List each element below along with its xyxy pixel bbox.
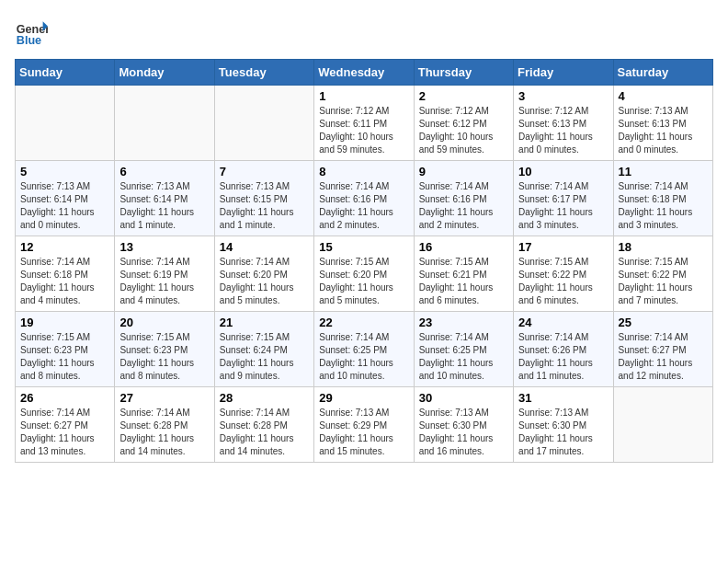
calendar-week-row: 26Sunrise: 7:14 AM Sunset: 6:27 PM Dayli… [16,387,713,463]
calendar-body: 1Sunrise: 7:12 AM Sunset: 6:11 PM Daylig… [16,86,713,463]
calendar-day-cell: 17Sunrise: 7:15 AM Sunset: 6:22 PM Dayli… [514,236,613,312]
day-number: 14 [220,240,309,254]
day-info: Sunrise: 7:14 AM Sunset: 6:25 PM Dayligh… [319,331,408,383]
day-info: Sunrise: 7:15 AM Sunset: 6:24 PM Dayligh… [220,331,309,383]
day-info: Sunrise: 7:15 AM Sunset: 6:23 PM Dayligh… [20,331,109,383]
day-number: 4 [619,89,708,103]
day-number: 23 [419,316,508,329]
calendar-table: SundayMondayTuesdayWednesdayThursdayFrid… [15,59,713,463]
calendar-day-cell: 31Sunrise: 7:13 AM Sunset: 6:30 PM Dayli… [514,387,613,463]
svg-text:Blue: Blue [17,34,41,47]
day-number: 15 [319,240,408,254]
calendar-day-cell: 24Sunrise: 7:14 AM Sunset: 6:26 PM Dayli… [514,312,613,387]
day-info: Sunrise: 7:14 AM Sunset: 6:16 PM Dayligh… [319,180,408,232]
day-number: 2 [419,89,508,103]
calendar-day-cell: 19Sunrise: 7:15 AM Sunset: 6:23 PM Dayli… [16,312,115,387]
calendar-day-cell: 27Sunrise: 7:14 AM Sunset: 6:28 PM Dayli… [115,387,214,463]
day-info: Sunrise: 7:14 AM Sunset: 6:25 PM Dayligh… [419,331,508,383]
day-info: Sunrise: 7:15 AM Sunset: 6:21 PM Dayligh… [419,256,508,307]
day-number: 19 [20,316,109,329]
calendar-day-cell [613,387,712,463]
calendar-day-cell [115,86,214,161]
calendar-day-cell: 5Sunrise: 7:13 AM Sunset: 6:14 PM Daylig… [16,161,115,236]
day-info: Sunrise: 7:12 AM Sunset: 6:12 PM Dayligh… [419,105,508,156]
day-number: 9 [419,165,508,178]
day-number: 31 [518,391,608,405]
day-info: Sunrise: 7:14 AM Sunset: 6:28 PM Dayligh… [119,407,209,458]
day-number: 8 [319,165,408,178]
day-number: 3 [518,89,608,103]
calendar-day-cell: 15Sunrise: 7:15 AM Sunset: 6:20 PM Dayli… [314,236,414,312]
day-number: 6 [119,165,209,178]
calendar-day-cell: 3Sunrise: 7:12 AM Sunset: 6:13 PM Daylig… [514,86,613,161]
weekday-header-cell: Wednesday [314,60,414,86]
calendar-day-cell: 29Sunrise: 7:13 AM Sunset: 6:29 PM Dayli… [314,387,414,463]
day-number: 28 [220,391,309,405]
day-number: 13 [119,240,209,254]
calendar-day-cell: 12Sunrise: 7:14 AM Sunset: 6:18 PM Dayli… [16,236,115,312]
calendar-day-cell: 4Sunrise: 7:13 AM Sunset: 6:13 PM Daylig… [613,86,712,161]
day-info: Sunrise: 7:12 AM Sunset: 6:11 PM Dayligh… [319,105,408,156]
day-number: 29 [319,391,408,405]
day-info: Sunrise: 7:14 AM Sunset: 6:16 PM Dayligh… [419,180,508,232]
day-info: Sunrise: 7:13 AM Sunset: 6:14 PM Dayligh… [20,180,109,232]
calendar-day-cell: 22Sunrise: 7:14 AM Sunset: 6:25 PM Dayli… [314,312,414,387]
day-info: Sunrise: 7:13 AM Sunset: 6:13 PM Dayligh… [619,105,708,156]
day-number: 16 [419,240,508,254]
page-header: General Blue [15,15,713,48]
calendar-day-cell: 2Sunrise: 7:12 AM Sunset: 6:12 PM Daylig… [414,86,513,161]
day-number: 25 [619,316,708,329]
day-number: 22 [319,316,408,329]
weekday-header-cell: Monday [115,60,214,86]
calendar-day-cell: 21Sunrise: 7:15 AM Sunset: 6:24 PM Dayli… [214,312,313,387]
day-number: 27 [119,391,209,405]
day-info: Sunrise: 7:14 AM Sunset: 6:28 PM Dayligh… [220,407,309,458]
day-info: Sunrise: 7:14 AM Sunset: 6:17 PM Dayligh… [518,180,608,232]
calendar-day-cell: 7Sunrise: 7:13 AM Sunset: 6:15 PM Daylig… [214,161,313,236]
day-number: 17 [518,240,608,254]
calendar-day-cell: 6Sunrise: 7:13 AM Sunset: 6:14 PM Daylig… [115,161,214,236]
calendar-day-cell: 16Sunrise: 7:15 AM Sunset: 6:21 PM Dayli… [414,236,513,312]
weekday-header-cell: Sunday [16,60,115,86]
weekday-header-cell: Thursday [414,60,513,86]
calendar-day-cell: 13Sunrise: 7:14 AM Sunset: 6:19 PM Dayli… [115,236,214,312]
day-info: Sunrise: 7:14 AM Sunset: 6:26 PM Dayligh… [518,331,608,383]
day-info: Sunrise: 7:13 AM Sunset: 6:15 PM Dayligh… [220,180,309,232]
day-info: Sunrise: 7:14 AM Sunset: 6:18 PM Dayligh… [619,180,708,232]
calendar-day-cell: 11Sunrise: 7:14 AM Sunset: 6:18 PM Dayli… [613,161,712,236]
day-number: 12 [20,240,109,254]
day-number: 20 [119,316,209,329]
day-info: Sunrise: 7:15 AM Sunset: 6:22 PM Dayligh… [619,256,708,307]
day-info: Sunrise: 7:12 AM Sunset: 6:13 PM Dayligh… [518,105,608,156]
day-info: Sunrise: 7:14 AM Sunset: 6:20 PM Dayligh… [220,256,309,307]
day-info: Sunrise: 7:14 AM Sunset: 6:27 PM Dayligh… [20,407,109,458]
calendar-day-cell: 18Sunrise: 7:15 AM Sunset: 6:22 PM Dayli… [613,236,712,312]
calendar-day-cell: 10Sunrise: 7:14 AM Sunset: 6:17 PM Dayli… [514,161,613,236]
calendar-day-cell [16,86,115,161]
day-number: 11 [619,165,708,178]
calendar-day-cell: 9Sunrise: 7:14 AM Sunset: 6:16 PM Daylig… [414,161,513,236]
calendar-week-row: 19Sunrise: 7:15 AM Sunset: 6:23 PM Dayli… [16,312,713,387]
day-number: 21 [220,316,309,329]
day-number: 26 [20,391,109,405]
day-number: 1 [319,89,408,103]
calendar-day-cell: 28Sunrise: 7:14 AM Sunset: 6:28 PM Dayli… [214,387,313,463]
calendar-day-cell: 23Sunrise: 7:14 AM Sunset: 6:25 PM Dayli… [414,312,513,387]
weekday-header-row: SundayMondayTuesdayWednesdayThursdayFrid… [16,60,713,86]
calendar-day-cell: 14Sunrise: 7:14 AM Sunset: 6:20 PM Dayli… [214,236,313,312]
weekday-header-cell: Friday [514,60,613,86]
day-info: Sunrise: 7:13 AM Sunset: 6:30 PM Dayligh… [419,407,508,458]
day-info: Sunrise: 7:13 AM Sunset: 6:14 PM Dayligh… [119,180,209,232]
day-info: Sunrise: 7:15 AM Sunset: 6:20 PM Dayligh… [319,256,408,307]
logo-icon: General Blue [15,15,48,48]
day-info: Sunrise: 7:14 AM Sunset: 6:18 PM Dayligh… [20,256,109,307]
calendar-day-cell: 20Sunrise: 7:15 AM Sunset: 6:23 PM Dayli… [115,312,214,387]
day-number: 5 [20,165,109,178]
calendar-day-cell: 8Sunrise: 7:14 AM Sunset: 6:16 PM Daylig… [314,161,414,236]
weekday-header-cell: Saturday [613,60,712,86]
day-info: Sunrise: 7:15 AM Sunset: 6:23 PM Dayligh… [119,331,209,383]
calendar-week-row: 12Sunrise: 7:14 AM Sunset: 6:18 PM Dayli… [16,236,713,312]
day-number: 10 [518,165,608,178]
day-info: Sunrise: 7:15 AM Sunset: 6:22 PM Dayligh… [518,256,608,307]
day-info: Sunrise: 7:13 AM Sunset: 6:29 PM Dayligh… [319,407,408,458]
